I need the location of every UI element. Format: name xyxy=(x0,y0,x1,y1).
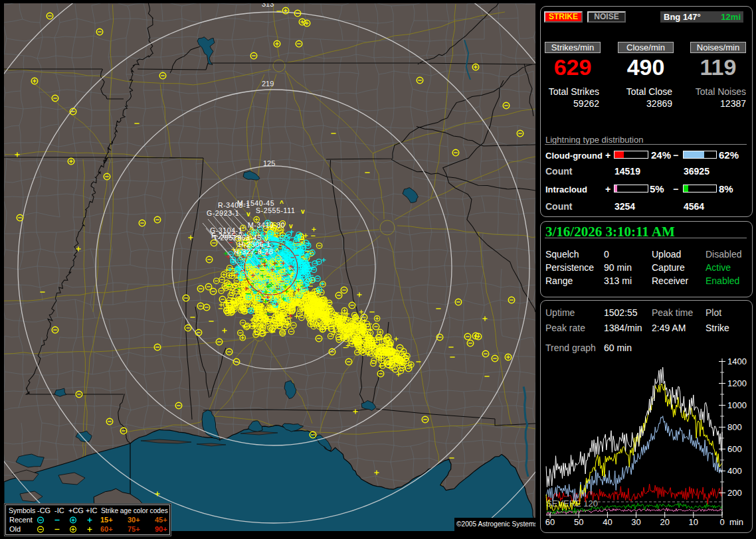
svg-text:+CG: +CG xyxy=(68,506,84,514)
svg-text:Recent: Recent xyxy=(9,516,33,524)
svg-text:v: v xyxy=(289,222,293,230)
svg-text:G-2923-1: G-2923-1 xyxy=(207,209,239,217)
svg-text:-IC: -IC xyxy=(54,506,64,514)
svg-text:v: v xyxy=(246,210,250,218)
svg-text:Strike age color codes: Strike age color codes xyxy=(101,507,168,514)
svg-text:M-3410-30: M-3410-30 xyxy=(248,221,285,229)
svg-text:^: ^ xyxy=(275,248,279,255)
svg-text:45+: 45+ xyxy=(155,516,167,524)
svg-text:Symbols: Symbols xyxy=(9,506,35,514)
svg-text:219: 219 xyxy=(262,80,274,88)
svg-text:Old: Old xyxy=(9,525,21,533)
svg-text:75+: 75+ xyxy=(128,525,140,533)
svg-text:v: v xyxy=(301,208,305,215)
svg-text:125: 125 xyxy=(263,159,275,167)
svg-text:313: 313 xyxy=(262,3,274,8)
svg-text:^: ^ xyxy=(249,226,253,234)
svg-text:©2005 Astrogenic Systems: ©2005 Astrogenic Systems xyxy=(456,520,535,528)
svg-text:S-2555-111: S-2555-111 xyxy=(256,206,295,214)
svg-text:60+: 60+ xyxy=(100,525,113,533)
svg-text:-CG: -CG xyxy=(37,506,50,514)
svg-text:H-327-8-28: H-327-8-28 xyxy=(234,248,273,256)
svg-text:+IC: +IC xyxy=(86,506,97,514)
svg-text:15+: 15+ xyxy=(100,516,113,524)
svg-text:30+: 30+ xyxy=(128,516,140,524)
svg-text:90+: 90+ xyxy=(155,525,167,533)
